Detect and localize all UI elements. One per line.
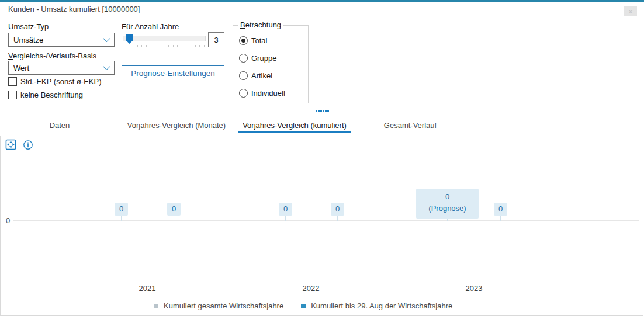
radio-circle[interactable] xyxy=(239,36,248,45)
x-axis-label-2021: 2021 xyxy=(130,284,165,293)
years-slider-ticks xyxy=(124,45,205,47)
value-tick xyxy=(285,216,286,221)
value-label: 0 xyxy=(494,203,507,216)
radio-individuell[interactable]: Individuell xyxy=(239,89,285,97)
radio-artikel-label: Artikel xyxy=(251,71,272,80)
umsatz-typ-label: Umsatz-Typ xyxy=(8,22,49,31)
value-tick xyxy=(174,216,174,221)
std-ekp-checkbox[interactable]: Std.-EKP (sonst ø-EKP) xyxy=(8,77,101,86)
checkbox-box[interactable] xyxy=(8,91,17,99)
anzahl-jahre-label: Für Anzahl Jahre xyxy=(122,22,179,31)
legend-marker-blue-icon xyxy=(301,304,306,308)
toolbar-separator xyxy=(1,152,643,152)
legend-item-bis-aug: Kumuliert bis 29. Aug der Wirtschaftsjah… xyxy=(301,301,452,310)
radio-circle[interactable] xyxy=(239,71,248,80)
years-slider-track[interactable] xyxy=(123,36,206,41)
years-value-input[interactable] xyxy=(208,32,224,47)
app-window: Kunden - Umsatz kumuliert [10000000] x U… xyxy=(0,0,644,319)
prognose-note: (Prognose) xyxy=(416,203,479,214)
chart-panel: 0 0 0 0 0 0 (Prognose) 0 2021 2022 2023 … xyxy=(0,136,643,316)
value-label: 0 xyxy=(331,203,344,216)
umsatz-typ-select[interactable]: Umsätze xyxy=(8,33,115,47)
chevron-down-icon xyxy=(103,63,110,70)
keine-beschriftung-checkbox[interactable]: keine Beschriftung xyxy=(8,90,83,99)
value-tick xyxy=(337,216,338,221)
value-label: 0 xyxy=(167,203,181,216)
umsatz-typ-value: Umsätze xyxy=(13,36,43,44)
tab-daten[interactable]: Daten xyxy=(20,120,99,133)
legend-item-gesamte: Kumuliert gesamte Wirtschaftsjahre xyxy=(154,301,283,310)
close-button[interactable]: x xyxy=(624,6,637,16)
prognose-einstellungen-button[interactable]: Prognose-Einstellungen xyxy=(122,65,224,81)
window-top-accent xyxy=(0,0,644,2)
value-tick xyxy=(500,216,501,221)
betrachtung-group-label: Betrachtung xyxy=(238,20,283,29)
keine-beschriftung-label: keine Beschriftung xyxy=(20,91,83,99)
info-icon[interactable] xyxy=(22,139,34,151)
value-label: 0 xyxy=(279,203,292,216)
window-title: Kunden - Umsatz kumuliert [10000000] xyxy=(8,5,140,13)
betrachtung-group: Betrachtung Total Gruppe Artikel Individ… xyxy=(233,25,309,103)
radio-artikel[interactable]: Artikel xyxy=(239,71,272,79)
tab-vorjahres-vergleich-monate[interactable]: Vorjahres-Vergleich (Monate) xyxy=(125,120,228,133)
prognose-value-label: 0 (Prognose) xyxy=(416,189,479,219)
chart-legend: Kumuliert gesamte Wirtschaftsjahre Kumul… xyxy=(154,301,452,310)
radio-circle[interactable] xyxy=(239,89,248,98)
chevron-down-icon xyxy=(103,34,110,42)
fit-page-icon[interactable] xyxy=(5,138,16,150)
splitter-handle[interactable] xyxy=(316,110,329,112)
radio-individuell-label: Individuell xyxy=(251,89,285,98)
tab-vorjahres-vergleich-kumuliert[interactable]: Vorjahres-Vergleich (kumuliert) xyxy=(238,120,351,133)
legend-label: Kumuliert gesamte Wirtschaftsjahre xyxy=(164,301,283,310)
y-axis-zero-tick: 0 xyxy=(6,216,10,225)
legend-marker-gray-icon xyxy=(154,304,158,308)
toolbar-divider xyxy=(19,140,19,149)
basis-label: Vergleichs-/Verlaufs-Basis xyxy=(8,51,96,60)
basis-value: Wert xyxy=(13,64,29,72)
x-axis-label-2023: 2023 xyxy=(456,284,491,293)
radio-gruppe[interactable]: Gruppe xyxy=(239,54,276,62)
radio-total-label: Total xyxy=(251,36,267,45)
radio-gruppe-label: Gruppe xyxy=(251,54,276,63)
std-ekp-label: Std.-EKP (sonst ø-EKP) xyxy=(20,77,101,86)
checkbox-box[interactable] xyxy=(8,77,17,86)
value-label: 0 xyxy=(115,203,128,216)
years-slider-thumb[interactable] xyxy=(126,34,133,44)
prognose-value: 0 xyxy=(416,191,479,203)
radio-circle[interactable] xyxy=(239,54,248,63)
radio-total[interactable]: Total xyxy=(239,36,267,44)
x-axis-line xyxy=(13,220,639,221)
value-tick xyxy=(121,216,122,221)
tab-gesamt-verlauf[interactable]: Gesamt-Verlauf xyxy=(382,120,438,133)
basis-select[interactable]: Wert xyxy=(8,61,115,75)
legend-label: Kumuliert bis 29. Aug der Wirtschaftsjah… xyxy=(311,301,452,310)
x-axis-label-2022: 2022 xyxy=(293,284,328,293)
